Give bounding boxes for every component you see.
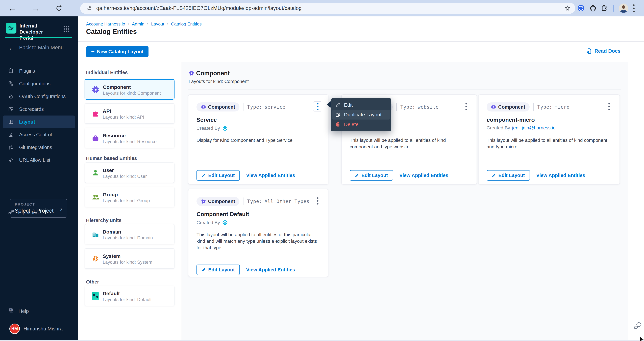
layout-description: This layout will be applied to all entit…	[486, 137, 612, 150]
badge-row: Component Type:All Other Types	[196, 197, 310, 206]
card-menu-button[interactable]	[313, 196, 322, 206]
sidebar-item-configurations[interactable]: Configurations	[0, 77, 78, 90]
harness-logo-icon	[222, 125, 228, 131]
resource-briefcase-icon	[91, 134, 100, 142]
sidebar-item-access-control[interactable]: Access Control	[0, 128, 78, 141]
sidebar-item-url-allow-list[interactable]: URL Allow List	[0, 154, 78, 166]
entity-item-default[interactable]: Default Layouts for kind: Default	[84, 286, 174, 306]
card-menu-button[interactable]	[462, 101, 471, 111]
entity-item-user[interactable]: User Layouts for kind: User	[84, 162, 174, 183]
breadcrumb-separator: ›	[167, 21, 168, 27]
default-layout-icon	[91, 292, 100, 300]
bookmark-star-icon[interactable]	[564, 5, 571, 12]
pencil-icon	[335, 102, 341, 108]
support-chat-icon[interactable]	[634, 322, 642, 331]
card-menu-button[interactable]	[604, 101, 614, 111]
entity-item-system[interactable]: System Layouts for kind: System	[84, 248, 174, 269]
read-docs-link[interactable]: Read Docs	[586, 48, 620, 54]
creator-email-link[interactable]: jenil.jain@harness.io	[512, 125, 556, 131]
api-puzzle-icon	[91, 109, 100, 118]
brand-title: Internal Developer Portal	[20, 23, 58, 41]
edit-layout-button[interactable]: Edit Layout	[196, 170, 240, 181]
edit-layout-button[interactable]: Edit Layout	[486, 170, 530, 181]
layout-card-component-default: Component Type:All Other Types Component…	[188, 189, 328, 277]
pencil-icon	[202, 268, 206, 272]
browser-menu-icon[interactable]	[633, 4, 634, 12]
entity-item-domain[interactable]: Domain Layouts for kind: Domain	[84, 224, 174, 244]
extension-sunburst-icon[interactable]	[589, 0, 597, 16]
kind-title: Component	[196, 70, 230, 77]
card-footer: Edit Layout View Applied Entities	[196, 265, 295, 275]
user-profile[interactable]: HM Himanshu Mishra	[10, 324, 62, 334]
menu-item-duplicate-layout[interactable]: Duplicate Layout	[332, 110, 390, 119]
layout-title: Service	[196, 116, 217, 123]
component-badge: Component	[196, 197, 240, 206]
layout-icon	[8, 119, 14, 125]
type-label: Type:website	[400, 104, 438, 110]
layout-card-service: Component Type:service Service Created B…	[188, 94, 328, 185]
created-by-row: Created By	[196, 220, 228, 226]
browser-toolbar: ← → qa.harness.io/ng/account/zEaak-FLS42…	[0, 0, 644, 16]
breadcrumb-separator: ›	[128, 21, 129, 27]
browser-forward-button[interactable]: →	[28, 0, 43, 16]
pencil-icon	[355, 173, 359, 178]
sidebar-item-plugins[interactable]: Plugins	[0, 64, 78, 77]
component-chip-icon	[201, 199, 206, 204]
card-menu-button[interactable]	[313, 101, 322, 111]
back-arrow-icon: ←	[8, 45, 15, 50]
site-settings-icon[interactable]	[86, 5, 92, 11]
view-applied-entities-link[interactable]: View Applied Entities	[246, 267, 295, 273]
sidebar-item-layout[interactable]: Layout	[3, 115, 75, 128]
type-label: Type:micro	[537, 104, 570, 110]
back-to-main-menu[interactable]: ← Back to Main Menu	[8, 45, 64, 51]
gears-icon	[8, 80, 14, 87]
new-catalog-layout-button[interactable]: + New Catalog Layout	[86, 46, 148, 57]
module-grid-icon[interactable]	[62, 25, 70, 33]
breadcrumb-account[interactable]: Account: Harness.io	[86, 21, 125, 27]
view-applied-entities-link[interactable]: View Applied Entities	[246, 173, 295, 178]
browser-reload-button[interactable]	[51, 0, 66, 16]
type-label: Type:All Other Types	[247, 199, 310, 204]
mouse-cursor	[640, 337, 644, 341]
address-bar[interactable]: qa.harness.io/ng/account/zEaak-FLS425IEO…	[80, 3, 575, 14]
section-title-individual: Individual Entities	[86, 70, 128, 75]
layout-description: This layout will be applied to all entit…	[350, 137, 469, 150]
url-text: qa.harness.io/ng/account/zEaak-FLS425IEO…	[96, 5, 302, 11]
kind-subtitle: Layouts for kind: Component	[188, 79, 249, 84]
entity-item-group[interactable]: Group Layouts for kind: Group	[84, 187, 174, 207]
pencil-icon	[492, 173, 496, 178]
browser-profile-avatar[interactable]	[619, 3, 628, 13]
view-applied-entities-link[interactable]: View Applied Entities	[399, 173, 448, 178]
kind-divider	[188, 89, 621, 90]
browser-back-button[interactable]: ←	[5, 0, 20, 16]
menu-item-delete[interactable]: Delete	[331, 119, 391, 129]
extensions-puzzle-icon[interactable]	[601, 0, 608, 16]
link-icon	[8, 157, 14, 163]
entity-item-component[interactable]: Component Layouts for kind: Component	[84, 79, 174, 100]
breadcrumb-catalog-entities[interactable]: Catalog Entities	[171, 21, 202, 27]
badge-row: Component Type:service	[196, 102, 286, 111]
layout-description: This layout will be applied to all entit…	[196, 231, 321, 251]
sidebar-item-pipelines[interactable]: Pipelines	[8, 208, 38, 218]
brand: Internal Developer Portal	[6, 23, 58, 41]
user-avatar: HM	[10, 324, 20, 334]
section-title-hierarchy: Hierarchy units	[86, 218, 122, 223]
edit-layout-button[interactable]: Edit Layout	[350, 170, 393, 181]
layout-description: Display for Kind Component and Type Serv…	[196, 137, 321, 143]
svg-text:?: ?	[10, 308, 12, 311]
help-chat-icon: ?	[8, 308, 14, 315]
onepassword-extension-icon[interactable]	[577, 0, 584, 16]
sidebar-item-help[interactable]: ? Help	[8, 306, 29, 316]
breadcrumb-layout[interactable]: Layout	[151, 21, 164, 27]
menu-item-edit[interactable]: Edit	[331, 100, 391, 110]
view-applied-entities-link[interactable]: View Applied Entities	[536, 173, 585, 178]
breadcrumb-admin[interactable]: Admin	[132, 21, 144, 27]
type-label: Type:service	[247, 104, 286, 110]
puzzle-icon	[8, 68, 14, 74]
entity-item-resource[interactable]: Resource Layouts for kind: Resource	[84, 128, 174, 148]
sidebar-item-git-integrations[interactable]: Git Integrations	[0, 141, 78, 154]
sidebar-item-oauth-configurations[interactable]: OAuth Configurations	[0, 90, 78, 103]
sidebar-item-scorecards[interactable]: Scorecards	[0, 103, 78, 115]
edit-layout-button[interactable]: Edit Layout	[196, 265, 240, 275]
entity-item-api[interactable]: API Layouts for kind: API	[84, 103, 174, 124]
